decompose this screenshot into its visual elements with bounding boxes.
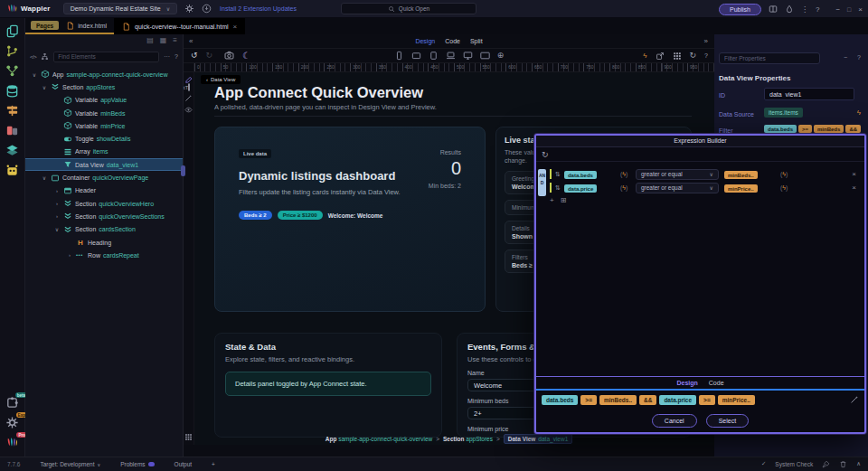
filter-properties-input[interactable] — [719, 52, 820, 64]
tab-quick-overview-active[interactable]: quick-overview--tour-manual.html × — [114, 18, 245, 34]
drag-handle-icon[interactable]: ⇅ — [555, 184, 561, 192]
tree-item-toggle-showdetails[interactable]: ToggleshowDetails — [25, 132, 183, 145]
install-updates-link[interactable]: Install 2 Extension Updates — [220, 5, 297, 12]
maximize-button[interactable]: □ — [847, 6, 851, 13]
and-group-badge[interactable]: AND — [538, 169, 546, 196]
cleanup-broom-icon[interactable] — [822, 460, 830, 468]
sidebar-item-settings[interactable]: Exp — [5, 416, 19, 429]
tree-item-section-sections[interactable]: ›SectionquickOverviewSections — [25, 210, 183, 222]
device-laptop-icon[interactable] — [446, 51, 456, 61]
settings-gear-icon[interactable] — [184, 4, 194, 14]
sidebar-item-styles[interactable] — [5, 104, 19, 118]
remove-condition-icon[interactable]: × — [852, 184, 856, 192]
dynamic-data-bolt-icon[interactable]: ϟ — [857, 108, 861, 117]
problems-button[interactable]: Problems — [120, 461, 154, 467]
format-wand-icon[interactable] — [850, 395, 859, 404]
theme-droplet-icon[interactable] — [785, 5, 794, 14]
system-check-label[interactable]: System Check — [775, 461, 813, 467]
help-icon[interactable]: ? — [816, 5, 819, 14]
structure-icon[interactable] — [41, 52, 49, 61]
minimize-button[interactable]: − — [835, 5, 840, 14]
field-chip[interactable]: data.price — [564, 184, 597, 193]
tree-item-container[interactable]: ∨ContainerquickOverviewPage — [25, 171, 183, 184]
sidebar-item-git[interactable] — [5, 44, 19, 58]
collapse-panel-icon[interactable]: − — [844, 54, 847, 61]
value-chip[interactable]: minBeds.. — [724, 171, 758, 179]
dynamic-picker-icon[interactable]: (ϟ) — [620, 171, 636, 177]
tree-item-section-cards[interactable]: ∨SectioncardsSection — [25, 223, 183, 236]
sidebar-item-design[interactable] — [5, 124, 19, 137]
tab-index-html[interactable]: index.html — [66, 22, 107, 30]
dynamic-picker-icon[interactable]: (ϟ) — [780, 184, 796, 191]
remove-condition-icon[interactable]: × — [852, 170, 856, 178]
sidebar-item-wappler-pro[interactable]: Pro — [5, 436, 19, 449]
help-icon[interactable]: ? — [175, 53, 178, 60]
tab-design[interactable]: Design — [415, 38, 435, 44]
eye-visibility-icon[interactable] — [184, 106, 193, 114]
sidebar-item-extensions[interactable]: beta — [5, 396, 19, 410]
help-icon[interactable]: ? — [857, 54, 861, 61]
code-view-icon[interactable]: </> — [30, 54, 36, 60]
target-selector[interactable]: Target: Development ∨ — [40, 461, 100, 467]
tree-item-section-hero[interactable]: ›SectionquickOverviewHero — [25, 197, 183, 210]
device-phone-icon[interactable] — [394, 51, 404, 61]
tab-code[interactable]: Code — [709, 380, 724, 386]
tree-item-array-items[interactable]: Arrayitems — [25, 146, 183, 158]
tree-item-row-cardsrepeat[interactable]: ›•••RowcardsRepeat — [25, 249, 183, 261]
refresh-icon[interactable]: ↻ — [542, 150, 549, 159]
device-tablet-icon[interactable] — [429, 51, 439, 61]
kebab-menu-icon[interactable]: ⋮ — [801, 5, 808, 14]
responsive-move-icon[interactable]: ⊕ — [497, 52, 505, 60]
breadcrumb-dataview-chip[interactable]: Data View data_view1 — [504, 434, 572, 444]
sidebar-item-layers[interactable] — [5, 144, 19, 157]
sidebar-item-pages[interactable] — [5, 24, 19, 38]
trash-icon[interactable] — [839, 460, 847, 468]
tree-item-heading[interactable]: HHeading — [25, 236, 183, 249]
drag-handle-icon[interactable]: ⇅ — [555, 171, 561, 178]
device-tablet-landscape-icon[interactable] — [411, 51, 421, 61]
add-condition-icon[interactable]: + — [550, 196, 554, 204]
layout-columns-icon[interactable] — [769, 5, 778, 14]
value-chip[interactable]: minPrice.. — [724, 184, 758, 193]
dynamic-picker-icon[interactable]: (ϟ) — [620, 184, 636, 191]
tree-item-variable-minprice[interactable]: VariableminPrice — [25, 119, 183, 132]
operator-select[interactable]: greater or equal∨ — [636, 183, 719, 193]
dynamic-picker-icon[interactable]: (ϟ) — [780, 171, 796, 177]
filter-expression-chips[interactable]: data.beds >= minBeds && — [764, 125, 861, 133]
pages-badge[interactable]: Pages — [31, 21, 59, 30]
wand-tool-icon[interactable] — [184, 94, 193, 102]
panel-tool-c-icon[interactable]: ≡ — [173, 37, 177, 44]
close-tab-icon[interactable]: × — [233, 23, 238, 31]
id-input[interactable] — [764, 88, 854, 100]
quick-open-button[interactable]: Quick Open — [341, 3, 476, 14]
find-elements-input[interactable] — [53, 52, 159, 62]
sidebar-item-ai-assistant[interactable] — [5, 164, 19, 177]
download-updates-icon[interactable] — [202, 4, 212, 14]
tree-item-variable-appvalue[interactable]: VariableappValue — [25, 94, 183, 107]
tree-item-dataview-selected[interactable]: Data Viewdata_view1 — [25, 158, 183, 171]
add-panel-button[interactable]: + — [212, 461, 215, 467]
tree-item-header[interactable]: ›Header — [25, 184, 183, 197]
field-chip[interactable]: data.beds — [564, 171, 597, 179]
close-window-button[interactable]: × — [858, 5, 863, 14]
cancel-button[interactable]: Cancel — [652, 414, 697, 428]
breadcrumb-section[interactable]: Section appStores — [443, 436, 493, 442]
more-options-icon[interactable]: ⋯ — [164, 53, 170, 60]
data-source-chip[interactable]: items.items — [764, 108, 803, 118]
tree-item-section-appstores[interactable]: ∨SectionappStores — [25, 80, 183, 93]
tab-split[interactable]: Split — [470, 38, 483, 44]
tab-code[interactable]: Code — [445, 38, 460, 44]
sidebar-item-database[interactable] — [5, 84, 19, 98]
add-group-icon[interactable]: ⊞ — [561, 196, 567, 204]
panel-tool-b-icon[interactable]: ▦ — [160, 37, 167, 44]
operator-select[interactable]: greater or equal∨ — [636, 169, 719, 180]
project-selector[interactable]: Demo Dynamic Real Estate Site ∨ — [63, 3, 177, 14]
select-button[interactable]: Select — [706, 414, 749, 428]
chevron-up-icon[interactable]: ∧ — [856, 461, 861, 467]
tree-item-variable-minbeds[interactable]: VariableminBeds — [25, 107, 183, 119]
sidebar-item-workflows[interactable] — [5, 64, 19, 78]
back-breadcrumb-chip[interactable]: ‹ Data View — [201, 75, 241, 84]
capsule-tool-icon[interactable] — [188, 83, 190, 91]
tree-item-app[interactable]: ∨Appsample-app-connect-quick-overview — [25, 68, 183, 80]
device-desktop-icon[interactable] — [463, 51, 473, 61]
